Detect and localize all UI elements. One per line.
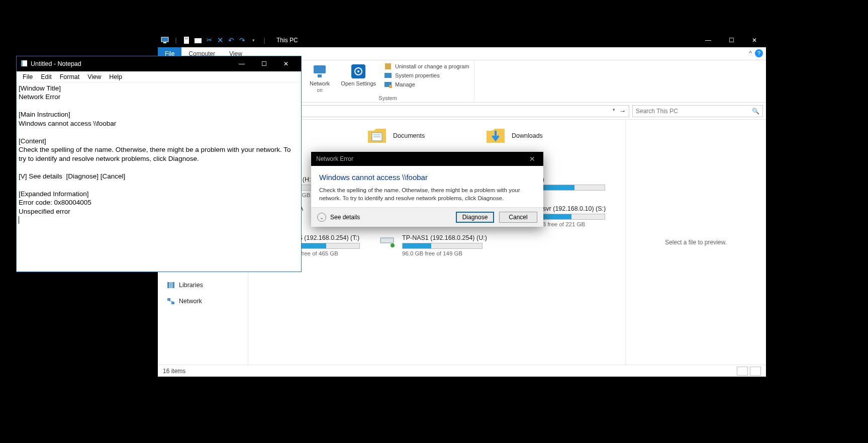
folder-documents[interactable]: Documents [367,126,467,146]
chevron-down-icon: ⌄ [317,213,326,222]
explorer-titlebar[interactable]: | ✂ ✕ ↶ ↷ ▾ | This PC — ☐ ✕ [158,33,766,47]
delete-icon[interactable]: ✕ [216,36,224,44]
svg-rect-6 [314,65,326,73]
drive-name: TP-NAS1 (192.168.0.254) (U:) [402,234,490,241]
menu-help[interactable]: Help [106,72,125,81]
preview-placeholder: Select a file to preview. [665,239,727,246]
svg-rect-14 [389,85,392,88]
svg-rect-0 [161,37,168,42]
notepad-menu: File Edit Format View Help [17,71,301,82]
undo-icon[interactable]: ↶ [227,36,235,44]
svg-rect-16 [170,282,172,288]
svg-rect-11 [385,63,391,69]
minimize-button[interactable]: — [697,33,720,47]
error-dialog-close-button[interactable]: ✕ [526,155,538,163]
svg-rect-18 [167,298,170,301]
menu-format[interactable]: Format [57,72,83,81]
svg-rect-5 [195,38,202,43]
notepad-close-button[interactable]: ✕ [275,56,297,71]
see-details-expander[interactable]: ⌄ See details [317,213,360,222]
error-dialog-title: Network Error [316,155,353,162]
drive-item[interactable]: TP-NAS1 (192.168.0.254) (U:)96.0 GB free… [379,234,490,256]
error-dialog-footer: ⌄ See details Diagnose Cancel [311,207,543,227]
svg-rect-19 [171,302,174,304]
svg-rect-3 [185,38,188,38]
folder-downloads[interactable]: Downloads [486,126,586,146]
notepad-title: Untitled - Notepad [31,60,81,67]
ribbon-network[interactable]: Network on [307,62,333,94]
pc-icon [161,36,169,44]
search-input[interactable]: Search This PC 🔍 [632,105,763,117]
svg-rect-12 [384,73,392,78]
status-bar: 16 items [158,365,766,377]
cut-icon[interactable]: ✂ [205,36,213,44]
svg-rect-48 [21,60,23,66]
svg-line-20 [169,301,173,302]
svg-rect-45 [381,238,393,242]
address-dropdown-icon[interactable]: ▾ [613,107,615,115]
notepad-maximize-button[interactable]: ☐ [253,56,275,71]
nav-item-libraries[interactable]: Libraries [161,280,245,291]
svg-point-10 [357,70,359,72]
explorer-title: This PC [276,37,298,44]
status-item-count: 16 items [163,368,185,375]
notepad-window: Untitled - Notepad — ☐ ✕ File Edit Forma… [16,56,302,272]
preview-pane: Select a file to preview. [625,120,766,365]
error-dialog-titlebar[interactable]: Network Error ✕ [311,152,543,166]
svg-rect-7 [318,74,322,77]
cancel-button[interactable]: Cancel [499,212,537,223]
svg-rect-1 [163,42,166,43]
new-folder-icon[interactable] [194,36,202,44]
text-caret [19,216,19,224]
drive-free-text: 96.0 GB free of 149 GB [402,250,490,256]
error-content: Check the spelling of the name. Otherwis… [319,187,535,202]
notepad-minimize-button[interactable]: — [231,56,253,71]
ribbon-open-settings[interactable]: Open Settings [338,62,379,87]
svg-rect-17 [172,282,174,288]
qat-dropdown-icon[interactable]: ▾ [249,36,257,44]
view-details-icon[interactable] [737,367,748,376]
view-large-icon[interactable] [750,367,761,376]
ribbon-manage[interactable]: Manage [384,80,469,88]
divider-icon: | [260,36,268,44]
svg-rect-4 [185,39,188,39]
notepad-icon [21,60,28,68]
menu-view[interactable]: View [84,72,104,81]
divider-icon: | [172,36,180,44]
quick-access-toolbar: | ✂ ✕ ↶ ↷ ▾ | [158,36,271,44]
svg-rect-15 [167,282,169,288]
notepad-titlebar[interactable]: Untitled - Notepad — ☐ ✕ [17,56,301,71]
maximize-button[interactable]: ☐ [720,33,743,47]
properties-icon[interactable] [183,36,191,44]
close-button[interactable]: ✕ [743,33,766,47]
error-main-instruction: Windows cannot access \\foobar [319,173,535,182]
nav-item-network[interactable]: Network [161,296,245,307]
ribbon-collapse-icon[interactable]: ^ [749,50,752,57]
notepad-text-area[interactable]: [Window Title] Network Error [Main Instr… [17,82,301,272]
ribbon-system-properties[interactable]: System properties [384,71,469,79]
redo-icon[interactable]: ↷ [238,36,246,44]
search-placeholder: Search This PC [636,108,678,115]
ribbon-uninstall[interactable]: Uninstall or change a program [384,62,469,70]
svg-point-46 [391,243,395,247]
refresh-icon[interactable]: → [619,107,626,115]
ribbon-group-system: System [307,95,469,101]
menu-file[interactable]: File [20,72,36,81]
menu-edit[interactable]: Edit [38,72,55,81]
error-dialog: Network Error ✕ Windows cannot access \\… [311,152,543,227]
help-icon[interactable]: ? [755,49,763,57]
diagnose-button[interactable]: Diagnose [456,212,494,223]
search-icon[interactable]: 🔍 [752,108,759,115]
